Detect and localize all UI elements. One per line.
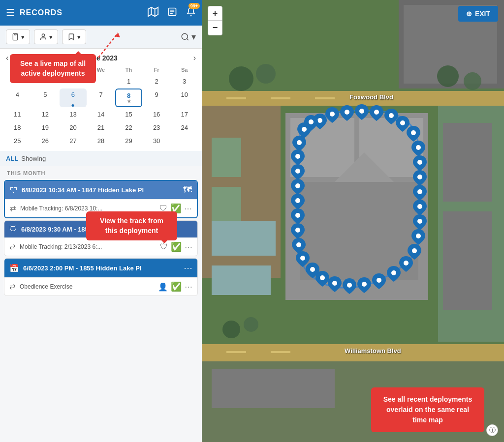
cal-day-17[interactable]: 17 bbox=[171, 108, 198, 120]
section-this-month: THIS MONTH bbox=[0, 166, 202, 178]
cal-day-23[interactable]: 23 bbox=[143, 121, 170, 134]
record3-more-button[interactable]: ⋯ bbox=[185, 282, 192, 292]
record1-map-button[interactable]: 🗺 bbox=[183, 185, 192, 195]
cal-day-24[interactable]: 24 bbox=[171, 121, 198, 134]
filter-bar: ALL Showing bbox=[0, 151, 202, 166]
cal-day-7[interactable]: 7 bbox=[88, 88, 115, 107]
svg-marker-0 bbox=[148, 7, 158, 16]
record-header-1[interactable]: 🛡 6/8/2023 10:34 AM - 1847 Hidden Lake P… bbox=[5, 181, 197, 199]
record-header-3[interactable]: 📅 6/6/2023 2:00 PM - 1855 Hidden Lake Pl… bbox=[4, 259, 197, 277]
search-button[interactable]: ▾ bbox=[181, 31, 196, 42]
svg-rect-19 bbox=[315, 97, 335, 99]
cal-day-22[interactable]: 22 bbox=[115, 121, 142, 134]
cal-day-13[interactable]: 13 bbox=[60, 108, 87, 120]
cal-day-19[interactable]: 19 bbox=[32, 121, 59, 134]
cal-day-16[interactable]: 16 bbox=[143, 108, 170, 120]
record2-shield-icon: 🛡 bbox=[9, 225, 17, 234]
svg-point-41 bbox=[464, 72, 481, 90]
map-zoom-controls: + − bbox=[208, 6, 222, 35]
svg-point-38 bbox=[229, 66, 253, 91]
cal-day-1[interactable]: 1 bbox=[115, 75, 142, 88]
notification-count: 99+ bbox=[189, 3, 200, 9]
recent-deployments-tooltip: See all recent deployments overlaid on t… bbox=[371, 387, 484, 432]
cal-day-12[interactable]: 12 bbox=[32, 108, 59, 120]
record3-calendar-icon: 📅 bbox=[9, 264, 19, 273]
cal-header-fr: Fr bbox=[143, 65, 170, 74]
record2-check-icon: ✅ bbox=[171, 241, 182, 252]
record2-more-button[interactable]: ⋯ bbox=[185, 242, 192, 252]
zoom-in-button[interactable]: + bbox=[208, 6, 222, 21]
cal-day-4[interactable]: 4 bbox=[4, 88, 31, 107]
cal-day-9[interactable]: 9 bbox=[143, 88, 170, 107]
svg-point-39 bbox=[256, 64, 276, 84]
cal-day-10[interactable]: 10 bbox=[171, 88, 198, 107]
map-container[interactable]: Foxwood Blvd Williamstown Blvd bbox=[202, 0, 504, 442]
cal-day-25[interactable]: 25 bbox=[4, 135, 31, 147]
svg-rect-37 bbox=[212, 369, 335, 408]
map-icon[interactable] bbox=[148, 6, 158, 20]
clipboard-button[interactable]: ▾ bbox=[6, 29, 30, 44]
bookmark-button[interactable]: ▾ bbox=[62, 29, 86, 44]
cal-day-3[interactable]: 3 bbox=[171, 75, 198, 88]
svg-point-43 bbox=[244, 317, 258, 332]
svg-rect-35 bbox=[271, 351, 290, 353]
record1-detail-text: Mobile Tracking: 6/8/2023 10:... bbox=[20, 205, 156, 212]
cal-day-14[interactable]: 14 bbox=[88, 108, 115, 120]
cal-day-30[interactable]: 30 bbox=[143, 135, 170, 147]
cal-day-26[interactable]: 26 bbox=[32, 135, 59, 147]
record1-link-icon: ⇄ bbox=[10, 204, 16, 213]
calendar-prev[interactable]: ‹ bbox=[6, 54, 8, 62]
map-info-button[interactable]: ⓘ bbox=[486, 424, 498, 436]
calendar-next[interactable]: › bbox=[193, 54, 196, 62]
exit-button[interactable]: ⊕ EXIT bbox=[458, 6, 498, 22]
record3-link-icon: ⇄ bbox=[9, 282, 16, 291]
person-arrow: ▾ bbox=[49, 33, 53, 41]
cal-day-15[interactable]: 15 bbox=[115, 108, 142, 120]
cal-day-21[interactable]: 21 bbox=[88, 121, 115, 134]
menu-icon[interactable]: ☰ bbox=[6, 7, 15, 19]
cal-day-11[interactable]: 11 bbox=[4, 108, 31, 120]
person-button[interactable]: ▾ bbox=[34, 29, 58, 44]
svg-rect-7 bbox=[14, 33, 16, 35]
cal-day-29[interactable]: 29 bbox=[115, 135, 142, 147]
record1-shield-icon: 🛡 bbox=[10, 186, 18, 195]
app-header: ☰ RECORDS bbox=[0, 0, 202, 26]
bookmark-arrow: ▾ bbox=[77, 33, 81, 41]
record3-detail: ⇄ Obedience Exercise 👤 ✅ ⋯ bbox=[4, 277, 197, 295]
cal-day-8[interactable]: 8 bbox=[115, 88, 142, 107]
cal-day-2[interactable]: 2 bbox=[143, 75, 170, 88]
record3-actions: 👤 ✅ ⋯ bbox=[158, 281, 192, 292]
svg-line-11 bbox=[98, 33, 118, 58]
cal-header-sa: Sa bbox=[171, 65, 198, 74]
map-background bbox=[202, 0, 504, 442]
filter-showing-label: Showing bbox=[21, 155, 46, 162]
filter-all-label[interactable]: ALL bbox=[6, 155, 18, 162]
record2-detail-text: Mobile Tracking: 2/13/2023 6:... bbox=[20, 243, 156, 250]
zoom-out-button[interactable]: − bbox=[208, 21, 222, 35]
cal-day-empty5 bbox=[171, 135, 198, 147]
cal-day-20[interactable]: 20 bbox=[60, 121, 87, 134]
record3-more-header-button[interactable]: ⋯ bbox=[184, 263, 192, 273]
header-icons: 99+ bbox=[148, 6, 196, 20]
cal-day-27[interactable]: 27 bbox=[60, 135, 87, 147]
record1-more-button[interactable]: ⋯ bbox=[184, 204, 192, 213]
record-card-3: 📅 6/6/2023 2:00 PM - 1855 Hidden Lake Pl… bbox=[4, 258, 198, 296]
foxwood-blvd-label: Foxwood Blvd bbox=[349, 93, 393, 101]
cal-day-18[interactable]: 18 bbox=[4, 121, 31, 134]
record3-person-icon[interactable]: 👤 bbox=[158, 282, 168, 292]
svg-rect-18 bbox=[271, 97, 290, 99]
livemap-tooltip: See a live map of all active deployments bbox=[10, 54, 96, 83]
cal-day-28[interactable]: 28 bbox=[88, 135, 115, 147]
record3-title: 6/6/2023 2:00 PM - 1855 Hidden Lake Pl bbox=[23, 265, 180, 272]
list-icon[interactable] bbox=[167, 7, 177, 19]
svg-rect-29 bbox=[212, 265, 271, 295]
svg-point-8 bbox=[42, 34, 44, 36]
svg-rect-21 bbox=[290, 118, 354, 177]
cal-day-5[interactable]: 5 bbox=[32, 88, 59, 107]
svg-line-10 bbox=[187, 38, 188, 40]
bell-icon[interactable]: 99+ bbox=[186, 7, 196, 19]
cal-day-6[interactable]: 6 bbox=[60, 88, 87, 107]
record2-link-icon: ⇄ bbox=[9, 242, 16, 251]
svg-rect-17 bbox=[226, 97, 246, 99]
svg-rect-32 bbox=[443, 211, 492, 310]
